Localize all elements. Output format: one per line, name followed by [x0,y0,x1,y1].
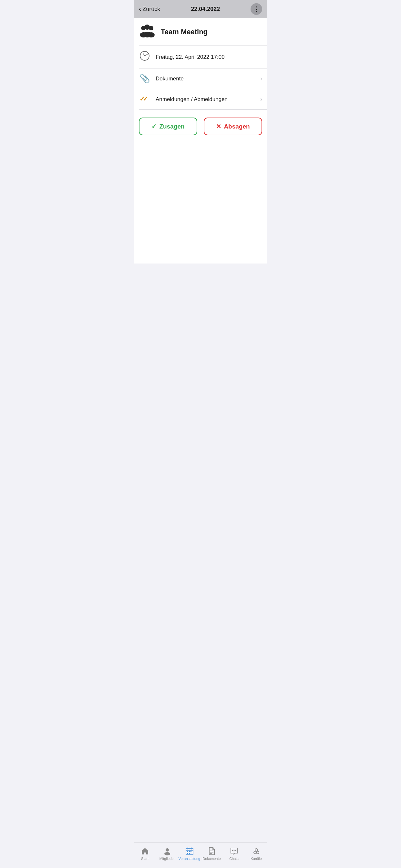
more-dots-icon: ⋮ [253,6,260,12]
group-icon [139,24,156,40]
navigation-bar: ‹ Zurück 22.04.2022 ⋮ [134,0,267,18]
dokumente-chevron-icon: › [260,75,262,82]
action-buttons: ✓ Zusagen ✕ Absagen [134,110,267,143]
absagen-button[interactable]: ✕ Absagen [204,118,262,135]
back-label: Zurück [143,6,160,12]
double-check-icon [139,94,150,104]
zusagen-button[interactable]: ✓ Zusagen [139,118,197,135]
dokumente-label: Dokumente [156,75,255,82]
paperclip-icon: 📎 [139,73,150,84]
event-header: Team Meeting [134,18,267,45]
datetime-row: Freitag, 22. April 2022 17:00 [134,46,267,68]
anmeldungen-row[interactable]: Anmeldungen / Abmeldungen › [134,89,267,110]
dokumente-row[interactable]: 📎 Dokumente › [134,68,267,89]
datetime-text: Freitag, 22. April 2022 17:00 [156,54,262,60]
anmeldungen-label: Anmeldungen / Abmeldungen [156,96,255,103]
nav-date: 22.04.2022 [191,6,220,12]
zusagen-check-icon: ✓ [151,123,157,130]
absagen-x-icon: ✕ [216,123,221,130]
back-chevron-icon: ‹ [139,5,141,12]
absagen-label: Absagen [224,123,250,130]
svg-point-4 [145,25,150,30]
clock-icon [139,51,150,63]
more-options-button[interactable]: ⋮ [251,3,262,15]
svg-point-5 [143,32,151,37]
back-button[interactable]: ‹ Zurück [139,6,160,12]
main-content: Team Meeting Freitag, 22. April 2022 17:… [134,18,267,264]
anmeldungen-chevron-icon: › [260,96,262,103]
zusagen-label: Zusagen [159,123,184,130]
event-title: Team Meeting [161,28,208,36]
